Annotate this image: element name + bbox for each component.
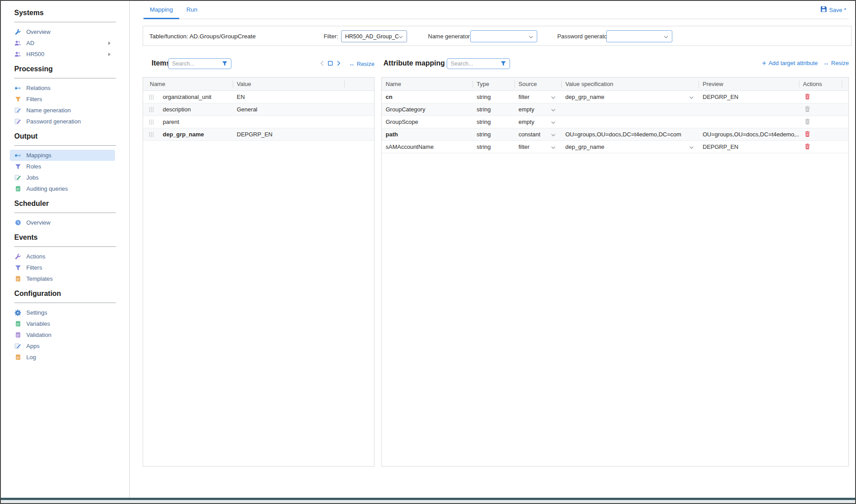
items-row-parent[interactable]: parent bbox=[143, 116, 374, 128]
mapping-row-path[interactable]: path string constant OU=groups,OU=docs,D… bbox=[382, 128, 848, 141]
item-name: dep_grp_name bbox=[159, 131, 233, 138]
items-row-organizational-unit[interactable]: organizational_unit EN bbox=[143, 91, 374, 103]
sidebar-item-label: HR500 bbox=[26, 51, 44, 57]
section-divider bbox=[14, 303, 116, 303]
sidebar-item-templates[interactable]: Templates bbox=[1, 273, 129, 284]
sidebar-item-hr500[interactable]: HR500 bbox=[1, 49, 129, 60]
sidebar-item-label: Actions bbox=[26, 253, 45, 260]
value-spec-select[interactable]: dep_grp_name bbox=[562, 143, 699, 150]
items-col-name: Name bbox=[143, 81, 233, 88]
sidebar-item-auditing-queries[interactable]: Auditing queries bbox=[1, 183, 129, 194]
mapping-row-groupscope[interactable]: GroupScope string empty bbox=[382, 116, 848, 128]
preview-value: DEPGRP_EN bbox=[699, 94, 799, 100]
mapping-row-groupcategory[interactable]: GroupCategory string empty bbox=[382, 103, 848, 116]
sidebar-section-title: Systems bbox=[14, 9, 116, 19]
add-target-attribute-label: Add target attribute bbox=[769, 60, 818, 66]
sidebar-item-validation[interactable]: Validation bbox=[1, 329, 129, 340]
delete-button[interactable] bbox=[805, 143, 810, 151]
source-select[interactable]: filter bbox=[515, 143, 562, 150]
mapping-row-samaccountname[interactable]: sAMAccountName string filter dep_grp_nam… bbox=[382, 141, 848, 153]
delete-button[interactable] bbox=[805, 131, 810, 138]
filter-funnel-icon bbox=[222, 60, 227, 68]
attribute-mapping-table: Name Type Source Value specification Pre… bbox=[381, 77, 849, 467]
sidebar-item-relations[interactable]: Relations bbox=[1, 82, 129, 94]
source-select[interactable]: constant bbox=[515, 131, 562, 138]
drag-handle-icon[interactable] bbox=[143, 132, 159, 137]
sidebar-item-label: Overview bbox=[26, 219, 50, 226]
chevron-left-icon[interactable] bbox=[320, 60, 324, 68]
item-value: EN bbox=[233, 94, 375, 100]
delete-button[interactable] bbox=[805, 119, 810, 126]
item-value: General bbox=[233, 106, 375, 113]
drag-handle-icon[interactable] bbox=[143, 119, 159, 125]
items-row-description[interactable]: description General bbox=[143, 103, 374, 116]
map-col-name: Name bbox=[382, 81, 473, 88]
doc-icon bbox=[14, 321, 21, 327]
sidebar-section-title: Configuration bbox=[14, 290, 116, 299]
source-select[interactable]: filter bbox=[515, 94, 562, 100]
password-generator-select[interactable] bbox=[606, 30, 672, 42]
save-icon bbox=[821, 6, 827, 13]
sidebar-item-label: Validation bbox=[26, 332, 51, 338]
table-function-label: Table/function: AD.Groups/GroupCreate bbox=[149, 33, 256, 40]
source-select[interactable]: empty bbox=[515, 119, 562, 125]
add-target-attribute-button[interactable]: + Add target attribute bbox=[762, 60, 818, 66]
sidebar-item-ad[interactable]: AD bbox=[1, 37, 129, 49]
source-select[interactable]: empty bbox=[515, 106, 562, 113]
sidebar: Systems Overview AD HR500 Processing bbox=[1, 1, 130, 498]
items-col-filler bbox=[345, 81, 374, 88]
sidebar-item-settings[interactable]: Settings bbox=[1, 307, 129, 318]
sidebar-item-roles[interactable]: Roles bbox=[1, 161, 129, 172]
mapping-row-cn[interactable]: cn string filter dep_grp_name DEPGRP_EN bbox=[382, 91, 848, 103]
square-icon[interactable] bbox=[328, 60, 333, 68]
sidebar-item-password-generation[interactable]: Password generation bbox=[1, 116, 129, 127]
sidebar-item-jobs[interactable]: Jobs bbox=[1, 172, 129, 183]
preview-value: OU=groups,OU=docs,DC=t4edemo,... bbox=[699, 131, 799, 138]
chevron-down-icon bbox=[551, 143, 556, 150]
filter-select[interactable]: HR500_AD_Group_Create bbox=[341, 30, 407, 42]
sidebar-item-actions[interactable]: Actions bbox=[1, 251, 129, 262]
section-divider bbox=[14, 22, 116, 22]
drag-handle-icon[interactable] bbox=[143, 107, 159, 112]
map-col-preview: Preview bbox=[699, 81, 799, 88]
chevron-right-icon bbox=[108, 53, 111, 56]
name-generator-select[interactable] bbox=[470, 30, 537, 42]
save-button[interactable]: Save * bbox=[821, 6, 846, 13]
gear-icon bbox=[14, 310, 21, 316]
map-col-source: Source bbox=[515, 81, 562, 88]
sidebar-item-label: Name generation bbox=[26, 107, 71, 114]
value-spec-field[interactable]: OU=groups,OU=docs,DC=t4edemo,DC=com bbox=[562, 131, 699, 138]
items-panel-header: Items Search... ↔ Resize bbox=[143, 58, 374, 71]
mapping-search-input[interactable]: Search... bbox=[447, 58, 510, 69]
source-value: filter bbox=[519, 94, 530, 100]
delete-button[interactable] bbox=[805, 106, 810, 113]
sidebar-item-filters[interactable]: Filters bbox=[1, 262, 129, 273]
value-spec-value: dep_grp_name bbox=[565, 94, 604, 100]
mapping-resize-label: Resize bbox=[831, 60, 849, 66]
sidebar-item-variables[interactable]: Variables bbox=[1, 318, 129, 329]
items-resize-button[interactable]: ↔ Resize bbox=[349, 61, 374, 67]
actions-cell bbox=[799, 119, 842, 126]
chevron-right-icon bbox=[108, 41, 111, 45]
item-name: organizational_unit bbox=[159, 94, 233, 100]
sidebar-item-filters[interactable]: Filters bbox=[1, 94, 129, 105]
sidebar-item-name-generation[interactable]: Name generation bbox=[1, 105, 129, 116]
chevron-right-icon[interactable] bbox=[337, 60, 341, 68]
sidebar-item-overview[interactable]: Overview bbox=[1, 217, 129, 228]
doc-edit-icon bbox=[14, 107, 21, 114]
tab-run[interactable]: Run bbox=[184, 1, 200, 19]
sidebar-item-mappings[interactable]: Mappings bbox=[10, 150, 115, 161]
value-spec-select[interactable]: dep_grp_name bbox=[562, 94, 699, 100]
sidebar-item-apps[interactable]: Apps bbox=[1, 340, 129, 352]
tab-mapping[interactable]: Mapping bbox=[144, 1, 179, 19]
sidebar-item-label: Log bbox=[26, 354, 36, 361]
drag-handle-icon[interactable] bbox=[143, 94, 159, 100]
items-search-input[interactable]: Search... bbox=[168, 58, 231, 69]
wrench-icon bbox=[14, 254, 21, 260]
items-row-dep-grp-name[interactable]: dep_grp_name DEPGRP_EN bbox=[143, 128, 374, 141]
sidebar-item-overview[interactable]: Overview bbox=[1, 26, 129, 37]
delete-button[interactable] bbox=[805, 94, 810, 101]
funnel-icon bbox=[14, 164, 21, 170]
mapping-resize-button[interactable]: ↔ Resize bbox=[823, 60, 849, 66]
sidebar-item-log[interactable]: Log bbox=[1, 352, 129, 363]
